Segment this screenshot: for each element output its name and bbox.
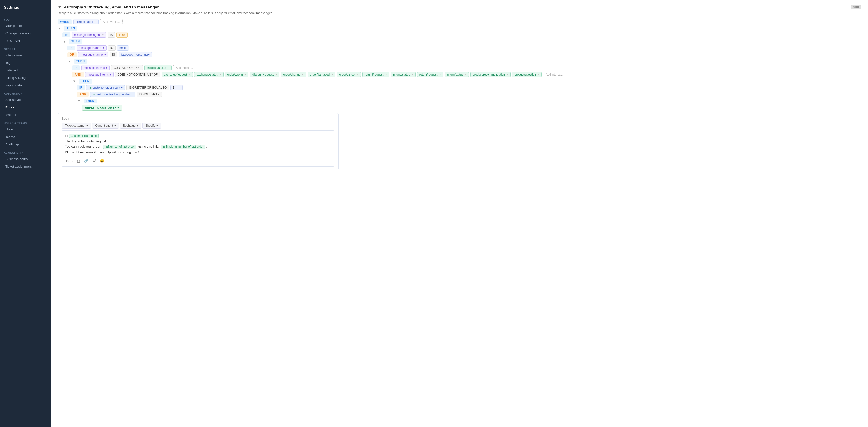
contains-one-of-op[interactable]: CONTAINS ONE OF (111, 65, 143, 70)
collapse-arrow-3[interactable]: ▼ (67, 60, 71, 63)
image-button[interactable]: 🖼 (91, 158, 97, 163)
intent-chip-12[interactable]: product/question × (512, 72, 541, 77)
fb-value-chip[interactable]: facebook-messenger ▾ (119, 52, 152, 57)
chevron-down-icon-3[interactable]: ▾ (104, 53, 106, 56)
message-from-agent-chip[interactable]: message from agent ▾ (72, 32, 106, 37)
toggle-switch[interactable]: OFF (851, 5, 861, 9)
sidebar-item-satisfaction[interactable]: Satisfaction (1, 67, 50, 74)
intent-chip-10[interactable]: return/status × (445, 72, 469, 77)
last-order-tracking-chip[interactable]: 🛍 last order tracking number ▾ (90, 92, 135, 97)
sidebar-item-billing[interactable]: Billing & Usage (1, 74, 50, 81)
intent-close-3[interactable]: × (275, 73, 277, 76)
ticket-customer-btn[interactable]: Ticket customer ▾ (62, 123, 91, 129)
email-value-chip[interactable]: email (117, 45, 129, 51)
intent-chip-3[interactable]: discount/request × (250, 72, 279, 77)
emoji-button[interactable]: 😊 (99, 158, 105, 163)
reply-chevron-icon[interactable]: ▾ (118, 106, 119, 109)
intent-close-2[interactable]: × (245, 73, 246, 76)
collapse-arrow-5[interactable]: ▼ (77, 99, 81, 103)
message-channel-1-chip[interactable]: message channel ▾ (76, 45, 106, 51)
shipping-status-close[interactable]: × (168, 66, 169, 69)
intent-close-1[interactable]: × (219, 73, 221, 76)
intent-close-6[interactable]: × (357, 73, 359, 76)
intent-close-4[interactable]: × (302, 73, 304, 76)
intent-chip-7[interactable]: refund/request × (362, 72, 389, 77)
sidebar-item-teams[interactable]: Teams (1, 133, 50, 140)
intent-close-5[interactable]: × (331, 73, 333, 76)
collapse-arrow-4[interactable]: ▼ (72, 79, 76, 83)
intent-chip-8[interactable]: refund/status × (391, 72, 415, 77)
ticket-created-close[interactable]: × (95, 20, 96, 23)
sidebar-item-your-profile[interactable]: Your profile (1, 22, 50, 29)
sidebar-item-integrations[interactable]: Integrations (1, 52, 50, 59)
sidebar-item-change-password[interactable]: Change password (1, 30, 50, 37)
sidebar-menu-button[interactable]: ⋮ (40, 4, 47, 11)
message-intents-2-chip[interactable]: message intents ▾ (85, 72, 114, 77)
collapse-arrow-1[interactable]: ▼ (58, 27, 62, 30)
add-intents-2-chip[interactable]: Add intents... (543, 72, 565, 77)
is-operator-2[interactable]: IS (108, 45, 116, 51)
editor-line-1: Hi Customer first name , (65, 134, 331, 138)
is-operator-1[interactable]: IS (107, 32, 115, 37)
chevron-down-icon-8[interactable]: ▾ (131, 93, 133, 96)
intent-close-11[interactable]: × (507, 73, 508, 76)
tracking-number-var[interactable]: 🛍 Tracking number of last order (161, 144, 205, 149)
intent-close-7[interactable]: × (385, 73, 386, 76)
intent-chip-0[interactable]: exchange/request × (161, 72, 193, 77)
add-intents-1-chip[interactable]: Add intents... (173, 65, 195, 70)
reply-to-customer-badge[interactable]: REPLY TO CUSTOMER ▾ (82, 105, 122, 111)
greater-value-input[interactable] (170, 85, 183, 90)
intent-close-12[interactable]: × (538, 73, 539, 76)
sidebar-item-ticket-assignment[interactable]: Ticket assignment (1, 163, 50, 170)
collapse-arrow-2[interactable]: ▼ (62, 40, 67, 43)
sidebar-item-macros[interactable]: Macros (1, 111, 50, 119)
chevron-down-icon[interactable]: ▾ (102, 33, 104, 37)
sidebar-item-audit-logs[interactable]: Audit logs (1, 141, 50, 148)
message-intents-1-chip[interactable]: message intents ▾ (82, 65, 110, 70)
chevron-down-icon-2[interactable]: ▾ (103, 46, 104, 50)
recharge-btn[interactable]: Recharge ▾ (120, 123, 142, 129)
is-greater-or-equal-op[interactable]: IS GREATER OR EQUAL TO (126, 85, 169, 90)
ticket-created-chip[interactable]: ticket created × (73, 19, 99, 25)
shopify-btn[interactable]: Shopify ▾ (143, 123, 161, 129)
sidebar-item-users[interactable]: Users (1, 126, 50, 133)
collapse-button[interactable]: ▼ (58, 5, 62, 9)
intent-chip-5[interactable]: order/damaged × (308, 72, 335, 77)
number-of-last-order-var[interactable]: 🛍 Number of last order (103, 144, 136, 149)
shipping-status-chip[interactable]: shipping/status × (144, 65, 172, 70)
link-button[interactable]: 🔗 (83, 158, 89, 163)
sidebar-item-rest-api[interactable]: REST API (1, 37, 50, 44)
chevron-down-icon-7[interactable]: ▾ (121, 86, 123, 89)
intent-chip-11[interactable]: product/recommendation × (470, 72, 510, 77)
chevron-down-icon-4[interactable]: ▾ (148, 53, 150, 56)
sidebar-item-tags[interactable]: Tags (1, 59, 50, 66)
sidebar-item-rules[interactable]: Rules (1, 104, 50, 111)
customer-first-name-var[interactable]: Customer first name (69, 134, 99, 138)
customer-order-count-chip[interactable]: 🛍 customer order count ▾ (86, 85, 125, 90)
message-channel-2-chip[interactable]: message channel ▾ (78, 52, 108, 57)
intent-close-9[interactable]: × (439, 73, 440, 76)
false-value-chip[interactable]: false (117, 32, 127, 37)
intent-chip-9[interactable]: return/request × (417, 72, 443, 77)
intent-chip-2[interactable]: order/wrong × (225, 72, 248, 77)
sidebar-item-business-hours[interactable]: Business hours (1, 155, 50, 162)
is-not-empty-op[interactable]: IS NOT EMPTY (136, 92, 162, 97)
intent-chip-4[interactable]: order/change × (281, 72, 306, 77)
add-events-chip[interactable]: Add events... (100, 19, 122, 25)
intent-close-8[interactable]: × (411, 73, 413, 76)
underline-button[interactable]: U (76, 158, 81, 163)
chevron-down-icon-6[interactable]: ▾ (110, 73, 111, 76)
is-operator-3[interactable]: IS (110, 52, 117, 57)
does-not-contain-op[interactable]: DOES NOT CONTAIN ANY OF (115, 72, 160, 77)
intent-close-10[interactable]: × (465, 73, 466, 76)
sidebar-item-self-service[interactable]: Self-service (1, 96, 50, 103)
sidebar-item-import-data[interactable]: Import data (1, 82, 50, 89)
bold-button[interactable]: B (65, 158, 69, 163)
italic-button[interactable]: I (71, 158, 74, 163)
intent-chip-6[interactable]: order/cancel × (337, 72, 361, 77)
intent-chip-1[interactable]: exchange/status × (194, 72, 223, 77)
editor-area[interactable]: Hi Customer first name , Thank you for c… (62, 130, 335, 167)
chevron-down-icon-5[interactable]: ▾ (106, 66, 107, 69)
current-agent-btn[interactable]: Current agent ▾ (92, 123, 119, 129)
intent-close-0[interactable]: × (189, 73, 190, 76)
